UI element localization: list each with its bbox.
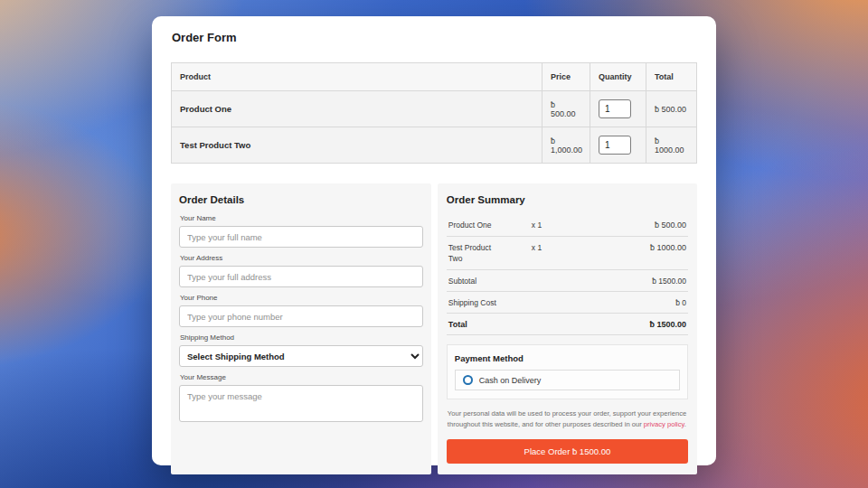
total-label: Total [448, 320, 467, 329]
privacy-policy-link[interactable]: privacy policy [644, 420, 684, 428]
column-header-quantity: Quantity [590, 63, 646, 90]
shipping-method-select[interactable]: Select Shipping Method [179, 345, 423, 367]
summary-item-amount: ƀ 500.00 [577, 221, 686, 230]
phone-input[interactable] [179, 305, 423, 327]
product-price: ƀ 500.00 [542, 91, 590, 127]
product-total: ƀ 500.00 [646, 91, 696, 127]
place-order-button[interactable]: Place Order ƀ 1500.00 [447, 439, 688, 464]
column-header-price: Price [542, 63, 590, 90]
column-header-total: Total [646, 63, 696, 90]
column-header-product: Product [172, 63, 542, 90]
summary-item-name: Product One [448, 221, 506, 230]
message-textarea[interactable] [179, 385, 423, 422]
product-price: ƀ 1,000.00 [542, 127, 590, 163]
privacy-text-end: . [684, 420, 686, 428]
payment-method-title: Payment Method [455, 353, 680, 363]
summary-item-row: Product One x 1 ƀ 500.00 [447, 214, 688, 237]
privacy-notice: Your personal data will be used to proce… [448, 408, 687, 430]
desktop-background: Order Form Product Price Quantity Total … [0, 0, 868, 488]
order-summary-panel: Order Summary Product One x 1 ƀ 500.00 T… [438, 183, 697, 474]
order-summary-title: Order Summary [447, 194, 688, 205]
product-total: ƀ 1000.00 [646, 127, 696, 163]
summary-item-name: Test Product Two [448, 243, 506, 264]
address-input[interactable] [179, 266, 423, 287]
name-label: Your Name [180, 214, 423, 222]
shipping-cost-label: Shipping Cost [448, 298, 496, 307]
quantity-input[interactable] [599, 136, 631, 155]
shipping-cost-row: Shipping Cost ƀ 0 [447, 292, 688, 314]
subtotal-row: Subtotal ƀ 1500.00 [447, 270, 688, 292]
total-row: Total ƀ 1500.00 [447, 314, 688, 335]
order-form-window: Order Form Product Price Quantity Total … [152, 16, 716, 465]
radio-icon[interactable] [463, 375, 473, 385]
table-row: Test Product Two ƀ 1,000.00 ƀ 1000.00 [172, 127, 696, 163]
payment-option-label: Cash on Delivery [479, 376, 542, 385]
summary-item-row: Test Product Two x 1 ƀ 1000.00 [447, 237, 688, 270]
total-value: ƀ 1500.00 [649, 320, 686, 329]
quantity-input[interactable] [599, 99, 631, 118]
table-header-row: Product Price Quantity Total [172, 63, 696, 90]
message-label: Your Message [180, 373, 423, 381]
page-title: Order Form [172, 31, 697, 44]
phone-label: Your Phone [180, 294, 423, 302]
order-details-title: Order Details [179, 194, 423, 205]
name-input[interactable] [179, 226, 423, 248]
shipping-method-label: Shipping Method [180, 333, 423, 342]
payment-method-box: Payment Method Cash on Delivery [447, 344, 688, 399]
table-row: Product One ƀ 500.00 ƀ 500.00 [172, 90, 696, 127]
product-name: Test Product Two [172, 127, 542, 163]
address-label: Your Address [180, 254, 423, 262]
order-details-panel: Order Details Your Name Your Address You… [171, 183, 431, 474]
summary-item-qty: x 1 [532, 221, 577, 230]
subtotal-value: ƀ 1500.00 [652, 277, 686, 286]
products-table: Product Price Quantity Total Product One… [171, 62, 697, 164]
payment-option-cash-on-delivery[interactable]: Cash on Delivery [455, 370, 680, 390]
summary-item-qty: x 1 [532, 243, 577, 252]
checkout-panels: Order Details Your Name Your Address You… [171, 183, 697, 474]
summary-item-amount: ƀ 1000.00 [577, 243, 686, 252]
subtotal-label: Subtotal [448, 277, 476, 286]
shipping-cost-value: ƀ 0 [675, 298, 686, 307]
product-name: Product One [172, 91, 542, 127]
